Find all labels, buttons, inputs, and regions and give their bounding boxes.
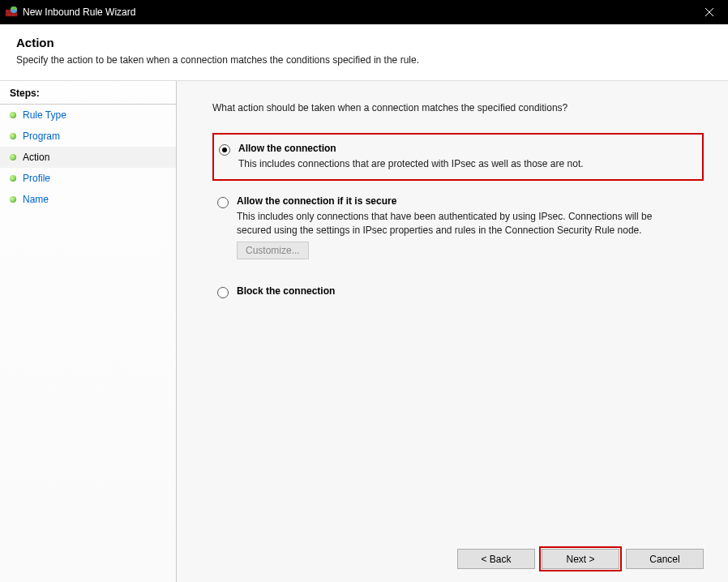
button-bar: < Back Next > Cancel (457, 549, 704, 569)
radio-icon[interactable] (219, 144, 230, 156)
bullet-icon (10, 133, 16, 139)
step-label: Profile (23, 173, 50, 184)
radio-desc: This includes only connections that have… (237, 210, 674, 238)
steps-sidebar: Steps: Rule Type Program Action Profile … (0, 81, 177, 582)
steps-title: Steps: (0, 81, 176, 105)
step-label: Program (23, 131, 60, 142)
step-rule-type[interactable]: Rule Type (0, 105, 176, 126)
step-label: Name (23, 194, 49, 205)
bullet-icon (10, 154, 16, 160)
step-label: Action (23, 152, 49, 163)
question-text: What action should be taken when a conne… (212, 102, 704, 113)
main-panel: What action should be taken when a conne… (177, 81, 728, 582)
firewall-icon (5, 6, 18, 19)
bullet-icon (10, 175, 16, 182)
step-program[interactable]: Program (0, 126, 176, 147)
header: Action Specify the action to be taken wh… (0, 24, 728, 81)
page-subtitle: Specify the action to be taken when a co… (16, 54, 712, 66)
radio-allow-connection[interactable]: Allow the connection This includes conne… (212, 133, 704, 181)
close-button[interactable] (691, 0, 728, 24)
step-label: Rule Type (23, 109, 66, 121)
radio-title: Block the connection (237, 285, 696, 297)
bullet-icon (10, 196, 16, 203)
radio-title: Allow the connection (238, 143, 694, 154)
step-action[interactable]: Action (0, 147, 176, 168)
radio-block-connection[interactable]: Block the connection (212, 277, 704, 303)
page-title: Action (16, 36, 712, 49)
titlebar: New Inbound Rule Wizard (0, 0, 728, 24)
radio-title: Allow the connection if it is secure (237, 195, 696, 207)
radio-desc: This includes connections that are prote… (238, 157, 676, 171)
step-profile[interactable]: Profile (0, 168, 176, 189)
bullet-icon (10, 112, 16, 118)
customize-button: Customize... (237, 242, 309, 259)
step-name[interactable]: Name (0, 189, 176, 210)
back-button[interactable]: < Back (457, 549, 535, 569)
next-button[interactable]: Next > (542, 549, 619, 569)
radio-icon[interactable] (217, 287, 229, 298)
radio-icon[interactable] (217, 197, 229, 208)
radio-allow-secure[interactable]: Allow the connection if it is secure Thi… (212, 187, 704, 263)
cancel-button[interactable]: Cancel (626, 549, 704, 569)
window-title: New Inbound Rule Wizard (23, 6, 135, 18)
